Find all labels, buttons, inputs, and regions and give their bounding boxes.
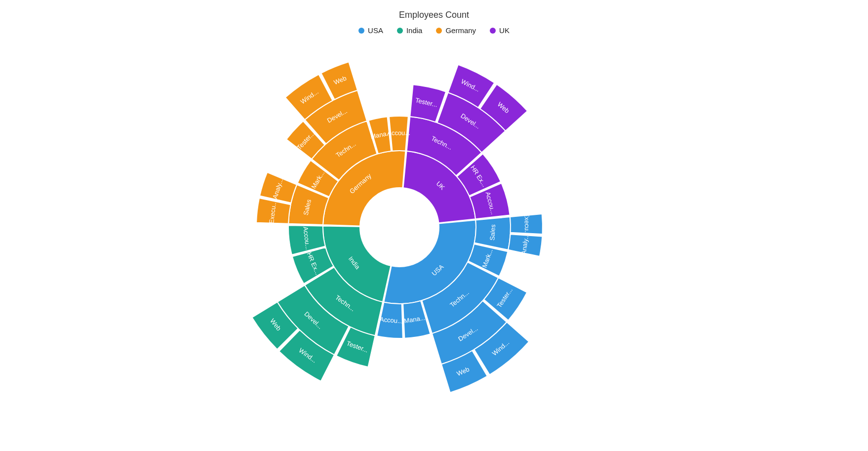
sunburst-label: Accou... (387, 129, 410, 136)
chart-title: Employees Count (0, 0, 868, 20)
legend-label: USA (368, 26, 383, 35)
legend-item-usa[interactable]: USA (358, 26, 383, 35)
swatch-icon (358, 28, 364, 34)
swatch-icon (436, 28, 442, 34)
sunburst-label: Execu... (523, 212, 531, 236)
legend-label: India (406, 26, 423, 35)
legend-item-germany[interactable]: Germany (436, 26, 476, 35)
swatch-icon (490, 28, 496, 34)
legend-item-uk[interactable]: UK (490, 26, 510, 35)
chart-area: UKTechn...Tester...Devel...Wind...WebHR … (0, 40, 868, 451)
sunburst-label: Sales (488, 224, 497, 241)
page: Employees Count USA India Germany UK UKT… (0, 0, 868, 451)
legend-label: Germany (445, 26, 476, 35)
legend-item-india[interactable]: India (397, 26, 423, 35)
swatch-icon (397, 28, 403, 34)
sunburst-chart[interactable]: UKTechn...Tester...Devel...Wind...WebHR … (212, 40, 656, 445)
legend-label: UK (499, 26, 510, 35)
legend: USA India Germany UK (0, 26, 868, 35)
